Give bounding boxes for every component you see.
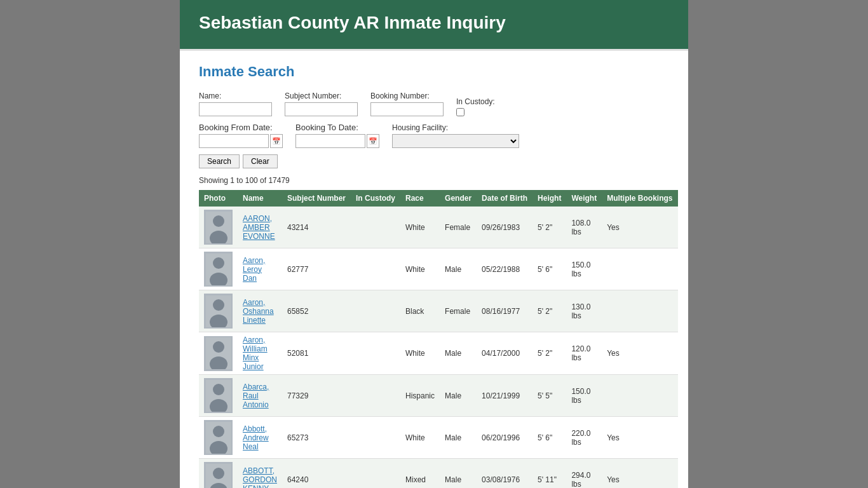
svg-point-19 xyxy=(213,468,224,479)
gender-cell: Female xyxy=(440,290,477,332)
subject-number-cell: 65273 xyxy=(282,417,351,459)
subject-number-cell: 65852 xyxy=(282,290,351,332)
multiple-bookings-cell xyxy=(602,248,677,290)
name-cell: ABBOTT, GORDON KENNY xyxy=(238,459,282,489)
inmate-photo xyxy=(204,210,233,245)
race-cell: Black xyxy=(400,290,440,332)
table-row: Abarca, Raul Antonio77329HispanicMale10/… xyxy=(199,375,678,417)
col-name: Name xyxy=(238,190,282,207)
subject-number-cell: 43214 xyxy=(282,207,351,248)
svg-point-4 xyxy=(213,257,224,269)
table-header-row: Photo Name Subject Number In Custody Rac… xyxy=(199,190,678,207)
subject-number-input[interactable] xyxy=(285,102,358,116)
housing-facility-group: Housing Facility: xyxy=(392,123,519,148)
dob-cell: 04/17/2000 xyxy=(477,332,532,375)
inmate-name-link[interactable]: Aaron, Leroy Dan xyxy=(243,256,265,283)
in-custody-cell xyxy=(351,375,400,417)
in-custody-cell xyxy=(351,459,400,489)
height-cell: 5' 11" xyxy=(532,459,566,489)
booking-number-label: Booking Number: xyxy=(370,92,444,100)
subject-number-group: Subject Number: xyxy=(285,92,358,116)
table-row: Aaron, William Minx Junior52081WhiteMale… xyxy=(199,332,678,375)
photo-cell xyxy=(199,290,238,332)
in-custody-checkbox[interactable] xyxy=(456,108,465,116)
table-row: Aaron, Oshanna Linette65852BlackFemale08… xyxy=(199,290,678,332)
housing-facility-select[interactable] xyxy=(392,134,519,148)
photo-cell xyxy=(199,248,238,290)
dob-cell: 03/08/1976 xyxy=(477,459,532,489)
subject-number-cell: 77329 xyxy=(282,375,351,417)
race-cell: White xyxy=(400,417,440,459)
inmate-photo xyxy=(204,462,233,488)
height-cell: 5' 5" xyxy=(532,375,566,417)
inmate-photo xyxy=(204,336,233,371)
multiple-bookings-cell xyxy=(602,290,677,332)
svg-point-10 xyxy=(213,341,224,353)
height-cell: 5' 6" xyxy=(532,248,566,290)
inmate-name-link[interactable]: Aaron, William Minx Junior xyxy=(243,336,268,371)
col-photo: Photo xyxy=(199,190,238,207)
multiple-bookings-cell: Yes xyxy=(602,459,677,489)
name-input[interactable] xyxy=(199,102,272,116)
race-cell: White xyxy=(400,248,440,290)
inmate-photo xyxy=(204,252,233,287)
in-custody-cell xyxy=(351,417,400,459)
inmate-name-link[interactable]: Abbott, Andrew Neal xyxy=(243,424,269,451)
booking-from-calendar-button[interactable]: 📅 xyxy=(270,134,283,148)
name-cell: Aaron, Leroy Dan xyxy=(238,248,282,290)
photo-cell xyxy=(199,417,238,459)
name-field-group: Name: xyxy=(199,92,272,116)
race-cell: Mixed xyxy=(400,459,440,489)
result-count: Showing 1 to 100 of 17479 xyxy=(199,176,669,185)
booking-to-input[interactable] xyxy=(295,134,365,148)
booking-to-calendar-button[interactable]: 📅 xyxy=(367,134,379,148)
inmate-photo xyxy=(204,294,233,329)
col-dob: Date of Birth xyxy=(477,190,532,207)
gender-cell: Male xyxy=(440,332,477,375)
inmate-name-link[interactable]: AARON, AMBER EVONNE xyxy=(243,214,275,241)
site-title: Sebastian County AR Inmate Inquiry xyxy=(199,13,669,33)
svg-point-13 xyxy=(213,384,224,395)
name-cell: Abarca, Raul Antonio xyxy=(238,375,282,417)
page-title: Inmate Search xyxy=(199,64,669,80)
photo-cell xyxy=(199,332,238,375)
in-custody-cell xyxy=(351,207,400,248)
gender-cell: Male xyxy=(440,375,477,417)
race-cell: Hispanic xyxy=(400,375,440,417)
booking-number-input[interactable] xyxy=(370,102,444,116)
col-in-custody: In Custody xyxy=(351,190,400,207)
multiple-bookings-cell: Yes xyxy=(602,332,677,375)
svg-point-16 xyxy=(213,426,224,437)
photo-cell xyxy=(199,459,238,489)
weight-cell: 150.0 lbs xyxy=(566,375,602,417)
clear-button[interactable]: Clear xyxy=(243,154,278,168)
race-cell: White xyxy=(400,332,440,375)
inmate-name-link[interactable]: Aaron, Oshanna Linette xyxy=(243,298,274,325)
weight-cell: 220.0 lbs xyxy=(566,417,602,459)
weight-cell: 108.0 lbs xyxy=(566,207,602,248)
table-row: Abbott, Andrew Neal65273WhiteMale06/20/1… xyxy=(199,417,678,459)
booking-from-input[interactable] xyxy=(199,134,269,148)
dob-cell: 08/16/1977 xyxy=(477,290,532,332)
gender-cell: Male xyxy=(440,459,477,489)
inmate-name-link[interactable]: ABBOTT, GORDON KENNY xyxy=(243,466,277,489)
col-multiple-bookings: Multiple Bookings xyxy=(602,190,677,207)
subject-number-cell: 62777 xyxy=(282,248,351,290)
subject-number-cell: 52081 xyxy=(282,332,351,375)
col-race: Race xyxy=(400,190,440,207)
booking-to-label: Booking To Date: xyxy=(295,123,358,132)
inmate-name-link[interactable]: Abarca, Raul Antonio xyxy=(243,383,269,409)
gender-cell: Male xyxy=(440,417,477,459)
in-custody-cell xyxy=(351,290,400,332)
name-cell: AARON, AMBER EVONNE xyxy=(238,207,282,248)
svg-point-7 xyxy=(213,299,224,311)
in-custody-group: In Custody: xyxy=(456,97,495,116)
photo-cell xyxy=(199,375,238,417)
name-cell: Aaron, Oshanna Linette xyxy=(238,290,282,332)
dob-cell: 05/22/1988 xyxy=(477,248,532,290)
search-button[interactable]: Search xyxy=(199,154,240,168)
search-form: Name: Subject Number: Booking Number: In… xyxy=(199,92,669,168)
col-height: Height xyxy=(532,190,566,207)
table-row: Aaron, Leroy Dan62777WhiteMale05/22/1988… xyxy=(199,248,678,290)
photo-cell xyxy=(199,207,238,248)
